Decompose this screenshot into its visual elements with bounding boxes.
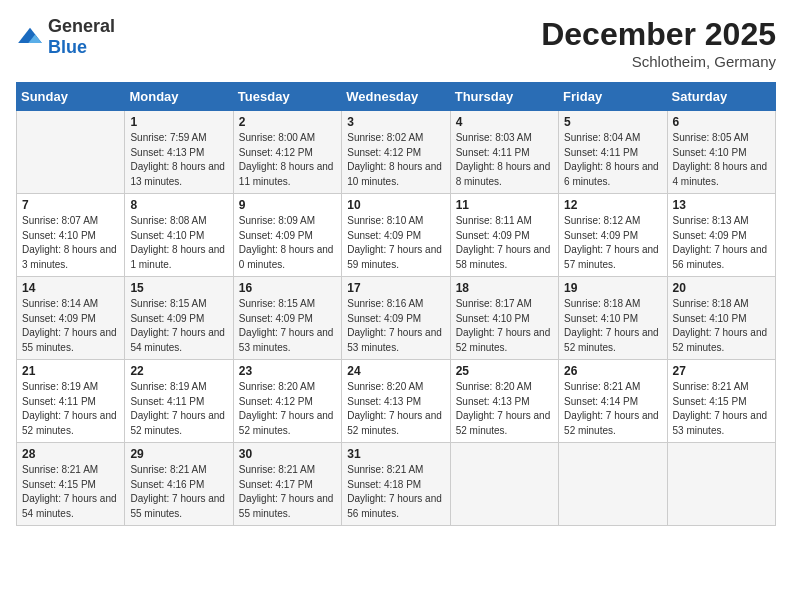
day-cell <box>450 443 558 526</box>
day-cell: 8Sunrise: 8:08 AMSunset: 4:10 PMDaylight… <box>125 194 233 277</box>
day-number: 9 <box>239 198 336 212</box>
day-cell: 14Sunrise: 8:14 AMSunset: 4:09 PMDayligh… <box>17 277 125 360</box>
col-friday: Friday <box>559 83 667 111</box>
day-cell: 6Sunrise: 8:05 AMSunset: 4:10 PMDaylight… <box>667 111 775 194</box>
day-cell: 18Sunrise: 8:17 AMSunset: 4:10 PMDayligh… <box>450 277 558 360</box>
logo-general: General <box>48 16 115 36</box>
day-number: 20 <box>673 281 770 295</box>
col-monday: Monday <box>125 83 233 111</box>
cell-info: Sunrise: 8:21 AMSunset: 4:15 PMDaylight:… <box>673 380 770 438</box>
day-number: 26 <box>564 364 661 378</box>
cell-info: Sunrise: 8:20 AMSunset: 4:13 PMDaylight:… <box>347 380 444 438</box>
day-number: 17 <box>347 281 444 295</box>
cell-info: Sunrise: 8:19 AMSunset: 4:11 PMDaylight:… <box>22 380 119 438</box>
logo-text: General Blue <box>48 16 115 58</box>
day-cell: 21Sunrise: 8:19 AMSunset: 4:11 PMDayligh… <box>17 360 125 443</box>
col-tuesday: Tuesday <box>233 83 341 111</box>
day-cell: 16Sunrise: 8:15 AMSunset: 4:09 PMDayligh… <box>233 277 341 360</box>
cell-info: Sunrise: 8:21 AMSunset: 4:15 PMDaylight:… <box>22 463 119 521</box>
day-cell: 12Sunrise: 8:12 AMSunset: 4:09 PMDayligh… <box>559 194 667 277</box>
day-cell: 24Sunrise: 8:20 AMSunset: 4:13 PMDayligh… <box>342 360 450 443</box>
day-cell: 23Sunrise: 8:20 AMSunset: 4:12 PMDayligh… <box>233 360 341 443</box>
cell-info: Sunrise: 8:02 AMSunset: 4:12 PMDaylight:… <box>347 131 444 189</box>
day-cell: 27Sunrise: 8:21 AMSunset: 4:15 PMDayligh… <box>667 360 775 443</box>
day-cell: 22Sunrise: 8:19 AMSunset: 4:11 PMDayligh… <box>125 360 233 443</box>
cell-info: Sunrise: 8:04 AMSunset: 4:11 PMDaylight:… <box>564 131 661 189</box>
page-header: General Blue December 2025 Schlotheim, G… <box>16 16 776 70</box>
cell-info: Sunrise: 8:21 AMSunset: 4:16 PMDaylight:… <box>130 463 227 521</box>
cell-info: Sunrise: 8:19 AMSunset: 4:11 PMDaylight:… <box>130 380 227 438</box>
day-cell: 25Sunrise: 8:20 AMSunset: 4:13 PMDayligh… <box>450 360 558 443</box>
day-cell: 13Sunrise: 8:13 AMSunset: 4:09 PMDayligh… <box>667 194 775 277</box>
cell-info: Sunrise: 8:11 AMSunset: 4:09 PMDaylight:… <box>456 214 553 272</box>
cell-info: Sunrise: 8:07 AMSunset: 4:10 PMDaylight:… <box>22 214 119 272</box>
day-cell: 10Sunrise: 8:10 AMSunset: 4:09 PMDayligh… <box>342 194 450 277</box>
cell-info: Sunrise: 8:13 AMSunset: 4:09 PMDaylight:… <box>673 214 770 272</box>
location: Schlotheim, Germany <box>541 53 776 70</box>
cell-info: Sunrise: 8:12 AMSunset: 4:09 PMDaylight:… <box>564 214 661 272</box>
day-cell <box>559 443 667 526</box>
day-cell: 5Sunrise: 8:04 AMSunset: 4:11 PMDaylight… <box>559 111 667 194</box>
week-row-2: 7Sunrise: 8:07 AMSunset: 4:10 PMDaylight… <box>17 194 776 277</box>
cell-info: Sunrise: 8:14 AMSunset: 4:09 PMDaylight:… <box>22 297 119 355</box>
day-number: 3 <box>347 115 444 129</box>
logo: General Blue <box>16 16 115 58</box>
day-number: 28 <box>22 447 119 461</box>
header-row: Sunday Monday Tuesday Wednesday Thursday… <box>17 83 776 111</box>
day-number: 1 <box>130 115 227 129</box>
day-number: 19 <box>564 281 661 295</box>
day-cell: 7Sunrise: 8:07 AMSunset: 4:10 PMDaylight… <box>17 194 125 277</box>
day-number: 24 <box>347 364 444 378</box>
day-number: 27 <box>673 364 770 378</box>
day-number: 2 <box>239 115 336 129</box>
day-number: 13 <box>673 198 770 212</box>
logo-blue: Blue <box>48 37 87 57</box>
calendar-table: Sunday Monday Tuesday Wednesday Thursday… <box>16 82 776 526</box>
cell-info: Sunrise: 8:16 AMSunset: 4:09 PMDaylight:… <box>347 297 444 355</box>
cell-info: Sunrise: 8:00 AMSunset: 4:12 PMDaylight:… <box>239 131 336 189</box>
day-cell: 29Sunrise: 8:21 AMSunset: 4:16 PMDayligh… <box>125 443 233 526</box>
day-number: 7 <box>22 198 119 212</box>
col-saturday: Saturday <box>667 83 775 111</box>
week-row-3: 14Sunrise: 8:14 AMSunset: 4:09 PMDayligh… <box>17 277 776 360</box>
day-number: 29 <box>130 447 227 461</box>
day-number: 23 <box>239 364 336 378</box>
day-number: 5 <box>564 115 661 129</box>
col-wednesday: Wednesday <box>342 83 450 111</box>
cell-info: Sunrise: 8:08 AMSunset: 4:10 PMDaylight:… <box>130 214 227 272</box>
day-cell: 9Sunrise: 8:09 AMSunset: 4:09 PMDaylight… <box>233 194 341 277</box>
day-cell: 4Sunrise: 8:03 AMSunset: 4:11 PMDaylight… <box>450 111 558 194</box>
day-cell: 19Sunrise: 8:18 AMSunset: 4:10 PMDayligh… <box>559 277 667 360</box>
day-number: 6 <box>673 115 770 129</box>
day-cell: 20Sunrise: 8:18 AMSunset: 4:10 PMDayligh… <box>667 277 775 360</box>
day-cell <box>667 443 775 526</box>
day-cell: 31Sunrise: 8:21 AMSunset: 4:18 PMDayligh… <box>342 443 450 526</box>
cell-info: Sunrise: 8:21 AMSunset: 4:17 PMDaylight:… <box>239 463 336 521</box>
cell-info: Sunrise: 8:18 AMSunset: 4:10 PMDaylight:… <box>673 297 770 355</box>
day-cell: 15Sunrise: 8:15 AMSunset: 4:09 PMDayligh… <box>125 277 233 360</box>
logo-icon <box>16 26 44 48</box>
day-number: 4 <box>456 115 553 129</box>
day-number: 30 <box>239 447 336 461</box>
cell-info: Sunrise: 8:05 AMSunset: 4:10 PMDaylight:… <box>673 131 770 189</box>
day-cell: 3Sunrise: 8:02 AMSunset: 4:12 PMDaylight… <box>342 111 450 194</box>
week-row-4: 21Sunrise: 8:19 AMSunset: 4:11 PMDayligh… <box>17 360 776 443</box>
day-cell: 30Sunrise: 8:21 AMSunset: 4:17 PMDayligh… <box>233 443 341 526</box>
day-number: 31 <box>347 447 444 461</box>
day-number: 14 <box>22 281 119 295</box>
day-cell: 28Sunrise: 8:21 AMSunset: 4:15 PMDayligh… <box>17 443 125 526</box>
cell-info: Sunrise: 8:21 AMSunset: 4:14 PMDaylight:… <box>564 380 661 438</box>
title-block: December 2025 Schlotheim, Germany <box>541 16 776 70</box>
cell-info: Sunrise: 8:15 AMSunset: 4:09 PMDaylight:… <box>130 297 227 355</box>
day-cell: 2Sunrise: 8:00 AMSunset: 4:12 PMDaylight… <box>233 111 341 194</box>
day-cell: 17Sunrise: 8:16 AMSunset: 4:09 PMDayligh… <box>342 277 450 360</box>
day-number: 11 <box>456 198 553 212</box>
day-number: 18 <box>456 281 553 295</box>
cell-info: Sunrise: 8:20 AMSunset: 4:12 PMDaylight:… <box>239 380 336 438</box>
day-number: 8 <box>130 198 227 212</box>
day-number: 10 <box>347 198 444 212</box>
day-number: 25 <box>456 364 553 378</box>
cell-info: Sunrise: 8:15 AMSunset: 4:09 PMDaylight:… <box>239 297 336 355</box>
week-row-5: 28Sunrise: 8:21 AMSunset: 4:15 PMDayligh… <box>17 443 776 526</box>
day-number: 21 <box>22 364 119 378</box>
